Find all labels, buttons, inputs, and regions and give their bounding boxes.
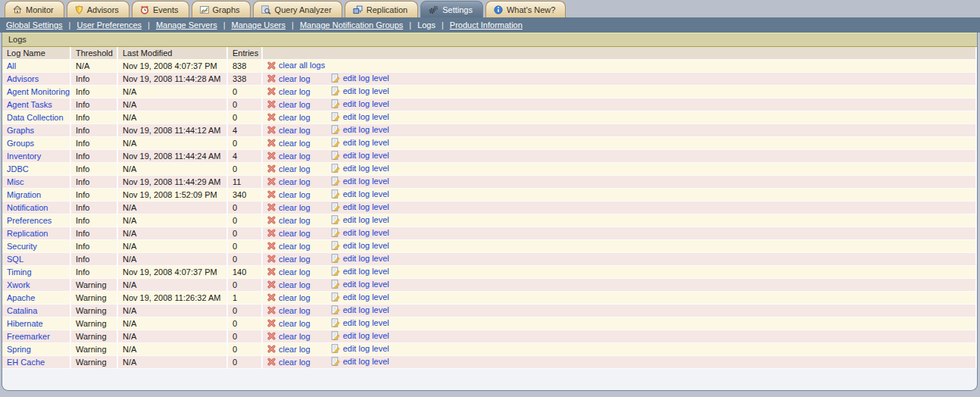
edit-log-level-link[interactable]: edit log level [343,151,389,160]
tab-advisors[interactable]: Advisors [67,1,130,17]
clear-log-action[interactable]: clear log [267,126,311,135]
edit-log-level-action[interactable]: edit log level [331,73,389,83]
clear-log-link[interactable]: clear log [279,306,311,315]
edit-log-level-action[interactable]: edit log level [331,254,389,263]
log-name-link[interactable]: Spring [7,345,31,354]
clear-log-action[interactable]: clear log [267,293,311,302]
clear-log-action[interactable]: clear log [267,87,311,96]
clear-log-link[interactable]: clear log [279,267,311,277]
tab-graphs[interactable]: Graphs [192,1,251,17]
nav-user-preferences[interactable]: User Preferences [76,20,142,30]
clear-log-action[interactable]: clear log [267,319,311,328]
nav-manage-servers[interactable]: Manage Servers [156,20,217,30]
log-name-link[interactable]: Timing [7,267,32,277]
clear-log-action[interactable]: clear log [267,152,311,161]
clear-log-link[interactable]: clear log [279,319,311,328]
edit-log-level-action[interactable]: edit log level [331,241,389,250]
edit-log-level-link[interactable]: edit log level [343,202,389,211]
edit-log-level-link[interactable]: edit log level [343,189,389,198]
clear-log-action[interactable]: clear all logs [267,61,325,70]
clear-log-link[interactable]: clear log [279,280,311,289]
tab-replication[interactable]: Replication [345,1,418,17]
edit-log-level-action[interactable]: edit log level [331,292,389,302]
edit-log-level-link[interactable]: edit log level [343,215,389,224]
log-name-link[interactable]: Apache [7,293,35,302]
clear-log-link[interactable]: clear log [279,190,311,199]
clear-log-action[interactable]: clear log [267,267,311,277]
edit-log-level-action[interactable]: edit log level [331,164,389,173]
edit-log-level-action[interactable]: edit log level [331,138,389,147]
log-name-link[interactable]: Notification [7,203,48,212]
clear-log-link[interactable]: clear log [279,164,311,173]
log-name-link[interactable]: EH Cache [7,358,45,367]
clear-log-action[interactable]: clear log [267,242,311,251]
log-name-link[interactable]: Migration [7,190,41,199]
edit-log-level-action[interactable]: edit log level [331,151,389,160]
edit-log-level-action[interactable]: edit log level [331,215,389,224]
log-name-link[interactable]: Hibernate [7,319,43,328]
clear-log-action[interactable]: clear log [267,280,311,289]
clear-log-link[interactable]: clear log [279,345,311,354]
log-name-link[interactable]: Replication [7,229,48,238]
clear-log-action[interactable]: clear log [267,100,311,109]
log-name-link[interactable]: SQL [7,255,23,264]
clear-log-link[interactable]: clear log [279,177,311,186]
edit-log-level-link[interactable]: edit log level [343,357,389,366]
edit-log-level-link[interactable]: edit log level [343,73,389,83]
clear-log-action[interactable]: clear log [267,306,311,315]
log-name-link[interactable]: Data Collection [7,113,64,122]
edit-log-level-action[interactable]: edit log level [331,112,389,121]
log-name-link[interactable]: JDBC [7,164,29,173]
clear-log-action[interactable]: clear log [267,216,311,225]
edit-log-level-action[interactable]: edit log level [331,267,389,276]
log-name-link[interactable]: Agent Tasks [7,100,52,109]
edit-log-level-link[interactable]: edit log level [343,177,389,186]
edit-log-level-link[interactable]: edit log level [343,331,389,340]
log-name-link[interactable]: Preferences [7,216,51,225]
log-name-link[interactable]: Inventory [7,152,41,161]
clear-log-link[interactable]: clear log [279,203,311,212]
edit-log-level-action[interactable]: edit log level [331,305,389,314]
log-name-link[interactable]: Advisors [7,74,39,83]
clear-log-action[interactable]: clear log [267,229,311,238]
edit-log-level-link[interactable]: edit log level [343,241,389,250]
edit-log-level-link[interactable]: edit log level [343,228,389,237]
clear-log-link[interactable]: clear log [279,242,311,251]
clear-log-action[interactable]: clear log [267,164,311,173]
nav-global-settings[interactable]: Global Settings [6,20,63,30]
clear-log-action[interactable]: clear log [267,177,311,186]
clear-log-action[interactable]: clear log [267,113,311,122]
edit-log-level-action[interactable]: edit log level [331,344,389,353]
log-name-link[interactable]: Misc [7,177,24,186]
edit-log-level-action[interactable]: edit log level [331,357,389,366]
edit-log-level-action[interactable]: edit log level [331,125,389,134]
log-name-link[interactable]: Security [7,242,37,251]
log-name-link[interactable]: Groups [7,139,34,148]
tab-monitor[interactable]: Monitor [5,1,64,17]
clear-log-link[interactable]: clear log [279,126,311,135]
edit-log-level-action[interactable]: edit log level [331,228,389,237]
clear-log-link[interactable]: clear log [279,152,311,161]
nav-product-information[interactable]: Product Information [450,20,523,30]
clear-log-action[interactable]: clear log [267,139,311,148]
clear-log-link[interactable]: clear log [279,139,311,148]
edit-log-level-action[interactable]: edit log level [331,189,389,198]
log-name-link[interactable]: Xwork [7,280,30,289]
edit-log-level-action[interactable]: edit log level [331,280,389,289]
edit-log-level-link[interactable]: edit log level [343,344,389,353]
clear-log-action[interactable]: clear log [267,358,311,367]
nav-manage-users[interactable]: Manage Users [232,20,286,30]
clear-log-link[interactable]: clear log [279,358,311,367]
edit-log-level-link[interactable]: edit log level [343,125,389,134]
clear-log-link[interactable]: clear log [279,87,311,96]
clear-log-link[interactable]: clear log [279,332,311,341]
edit-log-level-link[interactable]: edit log level [343,254,389,263]
edit-log-level-action[interactable]: edit log level [331,177,389,186]
clear-log-action[interactable]: clear log [267,345,311,354]
log-name-link[interactable]: Catalina [7,306,37,315]
edit-log-level-action[interactable]: edit log level [331,331,389,340]
tab-events[interactable]: Events [132,1,189,17]
tab-whats-new[interactable]: What's New? [485,1,566,17]
log-name-link[interactable]: Graphs [7,126,34,135]
clear-log-link[interactable]: clear all logs [279,61,325,70]
